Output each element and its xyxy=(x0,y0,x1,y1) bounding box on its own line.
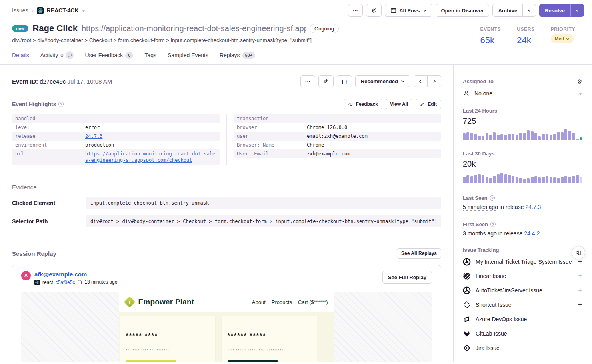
last-seen-time[interactable]: 5 minutes ago xyxy=(463,204,498,211)
floating-feedback-button[interactable] xyxy=(572,246,585,259)
event-selector-dropdown[interactable]: Recommended xyxy=(355,75,410,87)
replay-id-link[interactable]: c5af0e5c xyxy=(56,280,75,285)
person-icon xyxy=(463,90,470,97)
highlight-key: User: Email xyxy=(237,151,307,157)
help-icon[interactable] xyxy=(490,222,496,227)
event-timestamp[interactable]: Jul 17, 10:08 AM xyxy=(67,78,112,85)
chevron-right-icon xyxy=(432,79,436,84)
issue-tracking-item[interactable]: My Internal Ticket Triage System Issue+ xyxy=(463,255,582,269)
mute-notifications-button[interactable] xyxy=(366,4,382,17)
see-all-replays-button[interactable]: See All Replays xyxy=(397,248,441,259)
chart-bar xyxy=(516,135,518,140)
first-seen-time[interactable]: 3 months ago xyxy=(463,230,497,237)
breadcrumb-issues-link[interactable]: Issues xyxy=(12,7,28,14)
replay-site-nav: AboutProductsCart ($******) xyxy=(252,299,328,305)
highlight-row: handled-- xyxy=(12,114,220,123)
chart-bar xyxy=(550,177,552,183)
tab-tags[interactable]: Tags xyxy=(144,51,156,64)
chart-bar xyxy=(531,177,534,183)
breadcrumb-project[interactable]: REACT-4CK xyxy=(37,7,85,14)
tab-activity[interactable]: Activity0 xyxy=(40,51,74,64)
chart-bar xyxy=(470,176,473,183)
open-in-discover-button[interactable]: Open in Discover xyxy=(436,4,490,17)
empower-plant-logo-icon xyxy=(124,296,135,308)
megaphone-icon xyxy=(575,249,582,256)
previous-event-button[interactable] xyxy=(414,75,428,87)
replay-add-to-cart-button: Add to cart — $****** xyxy=(126,360,176,362)
chart-bar xyxy=(516,177,518,183)
more-options-button[interactable]: ··· xyxy=(348,4,363,17)
environment-selector[interactable]: All Envs xyxy=(385,4,432,17)
edit-highlights-button[interactable]: Edit xyxy=(416,99,441,109)
chart-bar xyxy=(527,178,530,183)
help-icon[interactable] xyxy=(58,102,64,107)
chart-bar xyxy=(542,177,545,183)
replay-product-title: ****** ***** xyxy=(228,332,311,340)
tab-bar: DetailsActivity0User Feedback0TagsSample… xyxy=(0,46,592,65)
replay-user-email-link[interactable]: afk@example.com xyxy=(34,271,117,278)
tab-details[interactable]: Details xyxy=(12,51,29,64)
resolve-button[interactable]: Resolve xyxy=(539,4,570,17)
issue-tracking-list: My Internal Ticket Triage System Issue+L… xyxy=(463,255,582,355)
evidence-row: Clicked Elementinput.complete-checkout-b… xyxy=(12,197,441,209)
chart-bar xyxy=(580,177,582,183)
chart-bar xyxy=(523,179,526,183)
issue-tracking-item[interactable]: GitLab Issue xyxy=(463,326,582,341)
chevron-down-icon xyxy=(82,8,86,12)
gear-icon[interactable]: ⚙ xyxy=(577,78,582,84)
archive-dropdown-button[interactable] xyxy=(523,4,536,17)
attachments-button[interactable] xyxy=(318,75,334,87)
last-30-days-title: Last 30 Days xyxy=(463,151,582,157)
add-issue-button[interactable]: + xyxy=(578,286,582,294)
evidence-rows: Clicked Elementinput.complete-checkout-b… xyxy=(12,197,441,227)
archive-button[interactable]: Archive xyxy=(492,4,523,17)
highlight-value: zxh@example.com xyxy=(307,151,350,157)
last-seen-release-link[interactable]: 24.7.3 xyxy=(525,204,541,210)
chart-bar xyxy=(500,173,503,183)
highlight-key: Browser: Name xyxy=(237,142,307,148)
issue-tracking-item[interactable]: Shortcut Issue+ xyxy=(463,298,582,312)
event-more-button[interactable]: ··· xyxy=(300,75,315,87)
chart-bar xyxy=(534,176,537,183)
replay-time-ago[interactable]: 13 minutes ago xyxy=(84,279,117,285)
assignee-selector[interactable]: No one xyxy=(463,90,582,97)
issue-tracking-item[interactable]: Linear Issue+ xyxy=(463,269,582,283)
highlight-value: Chrome xyxy=(307,142,324,148)
issue-tracking-item[interactable]: Jira Issue xyxy=(463,341,582,355)
issue-tracking-item[interactable]: AutoTicketJiraServer Issue+ xyxy=(463,283,582,298)
next-event-button[interactable] xyxy=(428,75,441,87)
tab-replays[interactable]: Replays50+ xyxy=(220,51,255,64)
first-seen-release-link[interactable]: 24.4.2 xyxy=(524,230,540,237)
priority-dropdown[interactable]: Med xyxy=(551,34,574,43)
issue-tracking-item[interactable]: Azure DevOps Issue xyxy=(463,312,582,326)
replay-project-name: react xyxy=(42,280,53,285)
event-nav-group xyxy=(414,75,441,87)
json-button[interactable]: { } xyxy=(337,75,352,87)
highlight-value[interactable]: 24.7.3 xyxy=(85,133,102,139)
calendar-icon xyxy=(77,280,82,285)
events-stat-value[interactable]: 65k xyxy=(480,35,501,46)
replay-preview[interactable]: Empower Plant AboutProductsCart ($******… xyxy=(21,292,432,362)
help-icon[interactable] xyxy=(490,195,495,201)
chart-bar xyxy=(497,135,500,140)
chart-bar xyxy=(564,129,567,140)
resolve-dropdown-button[interactable] xyxy=(570,4,584,17)
tab-sampled-events[interactable]: Sampled Events xyxy=(168,51,208,64)
view-all-button[interactable]: View All xyxy=(386,99,412,109)
chart-bar xyxy=(576,175,579,183)
chart-bar xyxy=(478,136,481,140)
chart-bar xyxy=(504,135,507,140)
highlight-value[interactable]: https://application-monitoring-react-dot… xyxy=(85,151,216,163)
add-issue-button[interactable]: + xyxy=(578,272,582,280)
issue-header: new Rage Click https://application-monit… xyxy=(0,21,592,46)
users-stat-value[interactable]: 24k xyxy=(517,35,534,46)
tab-badge: 0 xyxy=(125,52,133,59)
events-stat: EVENTS 65k xyxy=(480,26,501,46)
add-issue-button[interactable]: + xyxy=(578,301,582,309)
chart-bar xyxy=(478,174,481,183)
pencil-icon xyxy=(420,102,425,107)
tab-user-feedback[interactable]: User Feedback0 xyxy=(85,51,133,64)
live-indicator-dot xyxy=(580,137,582,140)
feedback-button[interactable]: Feedback xyxy=(344,99,382,109)
see-full-replay-button[interactable]: See Full Replay xyxy=(382,271,432,284)
